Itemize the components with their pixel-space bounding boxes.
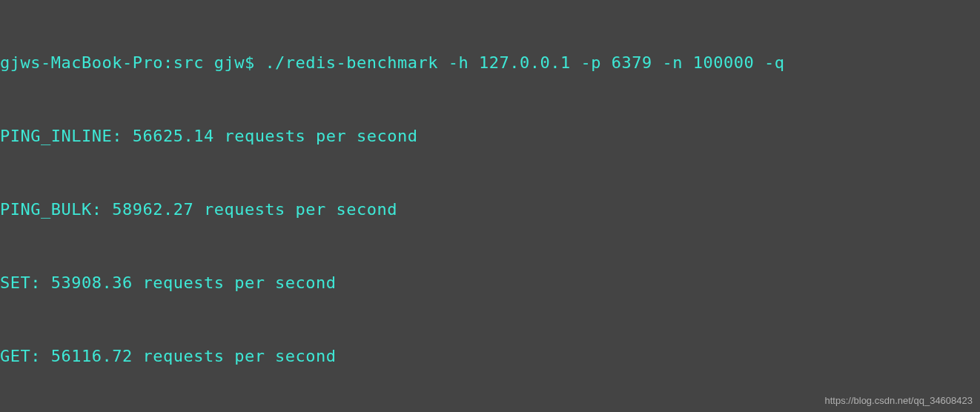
output-line: GET: 56116.72 requests per second (0, 344, 980, 368)
output-line: PING_BULK: 58962.27 requests per second (0, 197, 980, 222)
command-line[interactable]: gjws-MacBook-Pro:src gjw$ ./redis-benchm… (0, 50, 980, 75)
watermark-text: https://blog.csdn.net/qq_34608423 (825, 393, 973, 408)
command-text: ./redis-benchmark -h 127.0.0.1 -p 6379 -… (265, 53, 784, 72)
output-line: PING_INLINE: 56625.14 requests per secon… (0, 124, 980, 148)
shell-prompt: gjws-MacBook-Pro:src gjw$ (0, 53, 265, 72)
terminal-output: gjws-MacBook-Pro:src gjw$ ./redis-benchm… (0, 1, 980, 412)
output-line: SET: 53908.36 requests per second (0, 270, 980, 295)
